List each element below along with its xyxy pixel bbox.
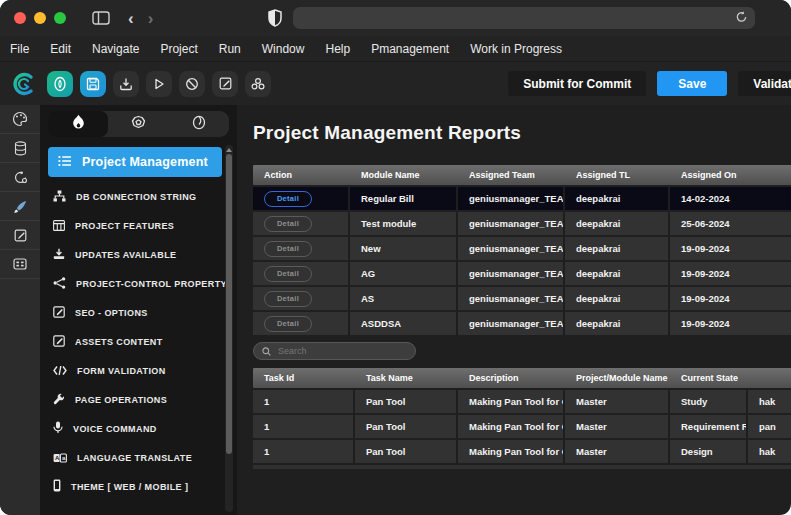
column-assigned-tl: Assigned TL — [565, 170, 670, 180]
sidebar-item-label: ASSETS CONTENT — [75, 337, 163, 347]
menu-edit[interactable]: Edit — [50, 42, 71, 56]
zoom-button[interactable] — [54, 12, 66, 24]
scroll-up-icon[interactable] — [226, 148, 232, 152]
menu-work-in-progress[interactable]: Work in Progress — [470, 42, 562, 56]
tab-blob[interactable] — [108, 111, 168, 137]
flame-icon — [72, 114, 85, 134]
palette-icon[interactable] — [0, 105, 40, 134]
detail-button[interactable]: Detail — [264, 191, 312, 207]
sidebar-item-label: LANGUAGE TRANSLATE — [77, 453, 192, 463]
sidebar-item-db-connection-string[interactable]: DB CONNECTION STRING — [40, 182, 237, 211]
edit-icon — [53, 304, 65, 322]
submit-for-commit-button[interactable]: Submit for Commit — [508, 71, 646, 96]
compose-icon[interactable] — [0, 221, 40, 250]
detail-button[interactable]: Detail — [264, 266, 312, 282]
cell-module: Test module — [350, 212, 458, 235]
validation-button[interactable]: Validation — [738, 71, 791, 96]
menu-file[interactable]: File — [10, 42, 29, 56]
address-bar[interactable] — [293, 7, 755, 29]
minimize-button[interactable] — [34, 12, 46, 24]
sidebar-item-seo-options[interactable]: SEO - OPTIONS — [40, 298, 237, 327]
sidebar-item-updates-available[interactable]: UPDATES AVAILABLE — [40, 240, 237, 269]
detail-button[interactable]: Detail — [264, 216, 312, 232]
search-box — [253, 342, 416, 360]
sidebar-item-label: VOICE COMMAND — [73, 424, 157, 434]
table-row[interactable]: Detail Regular Bill geniusmanager_TEAM d… — [253, 187, 791, 210]
table-icon — [53, 217, 65, 235]
sidebar-item-project-control-property[interactable]: PROJECT-CONTROL PROPERTY — [40, 269, 237, 298]
table-row[interactable]: 1 Pan Tool Making Pan Tool for G... Mast… — [253, 390, 791, 413]
sidebar-toggle-icon[interactable] — [92, 11, 110, 25]
search-input[interactable] — [276, 345, 407, 357]
cell-on: 25-06-2024 — [670, 212, 791, 235]
table-row[interactable]: Detail New geniusmanager_TEAM deepakrai … — [253, 237, 791, 260]
menu-window[interactable]: Window — [262, 42, 305, 56]
grid-icon[interactable] — [0, 250, 40, 279]
refresh-icon[interactable] — [735, 10, 748, 28]
list-icon — [58, 153, 72, 171]
sidebar-nav: Project Management DB CONNECTION STRING … — [40, 145, 237, 501]
forward-icon[interactable]: › — [148, 10, 154, 27]
sidebar: Project Management DB CONNECTION STRING … — [40, 105, 237, 515]
sidebar-item-form-validation[interactable]: FORM VALIDATION — [40, 356, 237, 385]
sidebar-item-project-features[interactable]: PROJECT FEATURES — [40, 211, 237, 240]
share-nodes-icon — [53, 275, 66, 293]
import-icon[interactable] — [113, 71, 139, 97]
cell-task-id: 1 — [253, 440, 355, 463]
table-row[interactable]: 1 Pan Tool Making Pan Tool for G... Mast… — [253, 440, 791, 463]
sidebar-item-page-operations[interactable]: PAGE OPERATIONS — [40, 385, 237, 414]
back-icon[interactable]: ‹ — [128, 10, 134, 27]
sidebar-item-label: PROJECT FEATURES — [75, 221, 174, 231]
tab-dial[interactable] — [169, 111, 229, 137]
table-row[interactable]: Detail ASDDSA geniusmanager_TEAM deepakr… — [253, 312, 791, 335]
menu-help[interactable]: Help — [325, 42, 350, 56]
tab-flame[interactable] — [48, 111, 108, 137]
brush-icon[interactable] — [0, 192, 40, 221]
mobile-icon — [53, 478, 61, 496]
cell-extra: pan — [748, 415, 791, 438]
table-row[interactable]: Detail AG geniusmanager_TEAM deepakrai 1… — [253, 262, 791, 285]
column-assigned-on: Assigned On — [670, 170, 791, 180]
compose-icon[interactable] — [212, 71, 238, 97]
save-button[interactable]: Save — [657, 71, 727, 96]
cell-on: 19-09-2024 — [670, 312, 791, 335]
detail-button[interactable]: Detail — [264, 241, 312, 257]
sync-icon[interactable] — [0, 163, 40, 192]
run-icon[interactable] — [146, 71, 172, 97]
sidebar-item-theme-web-mobile[interactable]: THEME [ WEB / MOBILE ] — [40, 472, 237, 501]
modules-table-header: Action Module Name Assigned Team Assigne… — [253, 165, 791, 185]
badge-icon[interactable] — [47, 71, 73, 97]
menu-bar: File Edit Navigate Project Run Window He… — [0, 36, 791, 62]
sidebar-item-label: PAGE OPERATIONS — [75, 395, 167, 405]
cell-state: Requirement Re... — [670, 415, 748, 438]
cluster-icon[interactable] — [245, 71, 271, 97]
column-description: Description — [458, 373, 565, 383]
sidebar-item-language-translate[interactable]: Aa LANGUAGE TRANSLATE — [40, 443, 237, 472]
database-icon[interactable] — [0, 134, 40, 163]
traffic-lights — [14, 12, 66, 24]
shield-icon[interactable] — [267, 9, 283, 27]
block-icon[interactable] — [179, 71, 205, 97]
detail-button[interactable]: Detail — [264, 291, 312, 307]
sitemap-icon — [53, 188, 66, 206]
menu-navigate[interactable]: Navigate — [92, 42, 139, 56]
cell-on: 19-09-2024 — [670, 287, 791, 310]
modules-table: Action Module Name Assigned Team Assigne… — [253, 165, 791, 335]
column-project-module-name: Project/Module Name — [565, 373, 670, 383]
save-icon[interactable] — [80, 71, 106, 97]
sidebar-item-project-management[interactable]: Project Management — [48, 147, 222, 177]
table-row[interactable]: Detail Test module geniusmanager_TEAM de… — [253, 212, 791, 235]
detail-button[interactable]: Detail — [264, 316, 312, 332]
sidebar-item-voice-command[interactable]: VOICE COMMAND — [40, 414, 237, 443]
sidebar-item-label: THEME [ WEB / MOBILE ] — [71, 482, 188, 492]
menu-run[interactable]: Run — [219, 42, 241, 56]
table-row[interactable]: Detail AS geniusmanager_TEAM deepakrai 1… — [253, 287, 791, 310]
menu-project[interactable]: Project — [160, 42, 197, 56]
close-button[interactable] — [14, 12, 26, 24]
menu-pmanagement[interactable]: Pmanagement — [371, 42, 449, 56]
sidebar-scrollbar[interactable] — [225, 145, 233, 512]
table-row[interactable]: 1 Pan Tool Making Pan Tool for G... Mast… — [253, 415, 791, 438]
scrollbar-thumb[interactable] — [226, 154, 232, 454]
titlebar: ‹ › — [0, 0, 791, 36]
sidebar-item-assets-content[interactable]: ASSETS CONTENT — [40, 327, 237, 356]
